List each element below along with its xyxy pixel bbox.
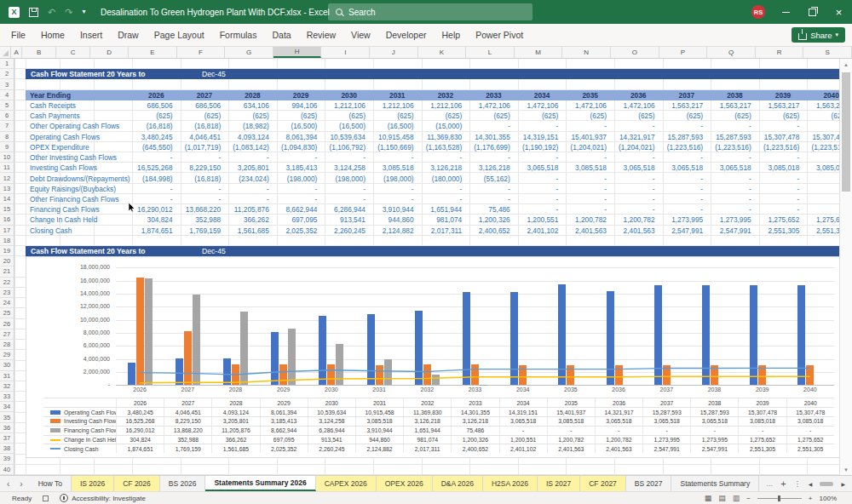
sheet-tab-is-2026[interactable]: IS 2026	[72, 476, 114, 491]
ribbon-tab-developer[interactable]: Developer	[378, 30, 435, 40]
row-number-28[interactable]: 28	[0, 340, 14, 350]
column-header-B[interactable]: B	[22, 47, 56, 58]
cell-debt-drawdowns-repayments-2031[interactable]: (198,000)	[373, 175, 422, 183]
cell-change-in-cash-held-2035[interactable]: 1,200,782	[566, 215, 614, 224]
column-header-G[interactable]: G	[225, 47, 273, 58]
column-header-M[interactable]: M	[515, 47, 563, 58]
cell-financing-cash-flows-2033[interactable]: 75,486	[469, 205, 518, 214]
cell-other-investing-cash-flows-2028[interactable]: -	[228, 153, 277, 162]
row-number-25[interactable]: 25	[0, 308, 14, 318]
cell-other-investing-cash-flows-2031[interactable]: -	[373, 153, 422, 162]
year-header-2032[interactable]: 2032	[422, 91, 470, 100]
zoom-out-icon[interactable]: −	[746, 495, 751, 502]
cell-opex-expenditure-2038[interactable]: (1,223,516)	[711, 143, 759, 152]
cell-cash-receipts-2027[interactable]: 686,506	[181, 101, 229, 110]
cell-investing-cash-flows-2034[interactable]: 3,065,518	[518, 163, 567, 172]
cell-investing-cash-flows-2027[interactable]: 8,229,150	[181, 163, 229, 172]
cell-cash-receipts-2028[interactable]: 634,106	[228, 101, 277, 110]
statement-row-debt-drawdowns-repayments[interactable]: Debt Drawdowns/(Repayments)(184,998)(16,…	[14, 173, 852, 183]
cell-debt-drawdowns-repayments-2036[interactable]: -	[614, 175, 663, 183]
row-number-8[interactable]: 8	[0, 132, 14, 142]
statement-row-financing-cash-flows[interactable]: Financing Cash Flows16,290,01213,868,220…	[14, 204, 852, 215]
row-number-29[interactable]: 29	[0, 350, 14, 360]
page-layout-view-icon[interactable]: ▤	[718, 494, 726, 502]
row-number-37[interactable]: 37	[0, 433, 14, 444]
cell-other-operating-cash-flows-2030[interactable]: (16,500)	[325, 122, 373, 130]
cell-equity-raisings-buybacks-2038[interactable]: -	[711, 185, 759, 193]
cell-financing-cash-flows-2027[interactable]: 13,868,220	[181, 205, 229, 214]
redo-icon[interactable]: ↷	[65, 8, 72, 17]
tab-nav-right-icon[interactable]: ›	[20, 479, 22, 489]
cell-equity-raisings-buybacks-2036[interactable]: -	[614, 185, 663, 193]
cell-opex-expenditure-2036[interactable]: (1,204,021)	[614, 143, 663, 152]
cell-financing-cash-flows-2035[interactable]: -	[566, 205, 614, 214]
ribbon-tab-review[interactable]: Review	[299, 30, 343, 40]
avatar[interactable]: RS	[751, 5, 765, 19]
sheet-tab-h2sa-2026[interactable]: H2SA 2026	[483, 476, 538, 491]
hscroll-right-icon[interactable]: ▶	[841, 481, 845, 487]
cell-financing-cash-flows-2032[interactable]: 1,651,944	[422, 205, 470, 214]
sheet-tab-bs-2027[interactable]: BS 2027	[626, 476, 672, 491]
cell-operating-cash-flows-2033[interactable]: 14,301,355	[469, 133, 518, 141]
cell-equity-raisings-buybacks-2034[interactable]: -	[518, 185, 567, 193]
sheet-tab-bs-2026[interactable]: BS 2026	[160, 476, 206, 491]
cell-operating-cash-flows-2026[interactable]: 3,480,245	[132, 133, 181, 141]
ribbon-tab-power-pivot[interactable]: Power Pivot	[468, 30, 531, 40]
tab-nav-left-icon[interactable]: ‹	[7, 479, 9, 489]
year-header-2030[interactable]: 2030	[325, 91, 373, 100]
cell-cash-payments-2037[interactable]: (625)	[663, 112, 711, 120]
cell-change-in-cash-held-2039[interactable]: 1,275,652	[759, 215, 808, 224]
row-number-18[interactable]: 18	[0, 236, 14, 246]
page-break-view-icon[interactable]: ▥	[733, 494, 740, 502]
row-number-31[interactable]: 31	[0, 371, 14, 381]
hscroll-left-icon[interactable]: ◀	[809, 481, 813, 487]
cell-cash-payments-2026[interactable]: (625)	[132, 112, 181, 120]
cell-other-financing-cash-flows-2031[interactable]: -	[373, 195, 422, 203]
cell-other-investing-cash-flows-2033[interactable]: -	[469, 153, 518, 162]
ribbon-tab-view[interactable]: View	[343, 30, 378, 40]
row-number-19[interactable]: 19	[0, 246, 14, 256]
cell-financing-cash-flows-2028[interactable]: 11,205,876	[228, 205, 277, 214]
column-header-H[interactable]: H	[273, 47, 322, 58]
cell-closing-cash-2038[interactable]: 2,547,991	[711, 226, 759, 235]
cell-operating-cash-flows-2036[interactable]: 14,321,917	[614, 133, 663, 141]
column-header-L[interactable]: L	[466, 47, 515, 58]
cell-closing-cash-2033[interactable]: 2,400,652	[469, 226, 518, 235]
row-number-1[interactable]: 1	[0, 59, 14, 69]
cell-closing-cash-2028[interactable]: 1,561,685	[228, 226, 277, 235]
cell-change-in-cash-held-2032[interactable]: 981,074	[422, 215, 470, 224]
row-number-34[interactable]: 34	[0, 402, 14, 412]
cell-debt-drawdowns-repayments-2030[interactable]: (198,000)	[325, 175, 373, 183]
cell-financing-cash-flows-2038[interactable]: -	[711, 205, 759, 214]
row-number-5[interactable]: 5	[0, 100, 14, 111]
cell-operating-cash-flows-2031[interactable]: 10,915,458	[373, 133, 422, 141]
cell-other-investing-cash-flows-2039[interactable]: -	[759, 153, 808, 162]
cell-investing-cash-flows-2033[interactable]: 3,126,218	[469, 163, 518, 172]
ribbon-tab-formulas[interactable]: Formulas	[212, 30, 265, 40]
cell-investing-cash-flows-2038[interactable]: 3,065,518	[711, 163, 759, 172]
statement-row-cash-payments[interactable]: Cash Payments(625)(625)(625)(625)(625)(6…	[14, 111, 852, 121]
column-header-J[interactable]: J	[370, 47, 418, 58]
row-number-4[interactable]: 4	[0, 90, 14, 100]
cell-other-operating-cash-flows-2028[interactable]: (18,982)	[228, 122, 277, 130]
cell-equity-raisings-buybacks-2039[interactable]: -	[759, 185, 808, 193]
zoom-slider[interactable]	[757, 498, 802, 499]
cell-cash-receipts-2030[interactable]: 1,212,106	[325, 101, 373, 110]
sheet-tab-cf-2026[interactable]: CF 2026	[114, 476, 160, 491]
cell-debt-drawdowns-repayments-2034[interactable]: -	[518, 175, 567, 183]
row-number-13[interactable]: 13	[0, 184, 14, 194]
cell-other-investing-cash-flows-2030[interactable]: -	[325, 153, 373, 162]
cell-other-operating-cash-flows-2034[interactable]: -	[518, 122, 567, 130]
cell-other-operating-cash-flows-2035[interactable]: -	[566, 122, 614, 130]
year-header-2039[interactable]: 2039	[759, 91, 808, 100]
tab-options-icon[interactable]: ⋮	[794, 480, 801, 488]
cell-operating-cash-flows-2038[interactable]: 15,287,593	[711, 133, 759, 141]
cash-flow-chart[interactable]: -2,000,0004,000,0006,000,0008,000,00010,…	[26, 256, 840, 458]
cell-change-in-cash-held-2031[interactable]: 944,860	[373, 215, 422, 224]
cell-closing-cash-2030[interactable]: 2,260,245	[325, 226, 373, 235]
normal-view-icon[interactable]: ▦	[705, 494, 712, 502]
cell-other-financing-cash-flows-2032[interactable]: -	[422, 195, 470, 203]
cell-debt-drawdowns-repayments-2033[interactable]: (55,162)	[469, 175, 518, 183]
ribbon-tab-draw[interactable]: Draw	[110, 30, 147, 40]
cell-closing-cash-2031[interactable]: 2,124,882	[373, 226, 422, 235]
